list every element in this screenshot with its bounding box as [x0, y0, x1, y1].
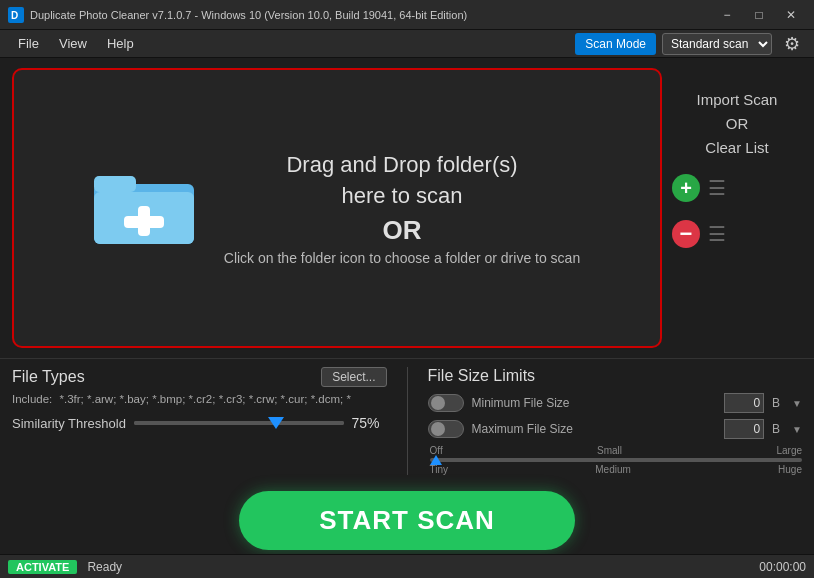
- similarity-percent: 75%: [352, 415, 387, 431]
- import-clear-text: Import Scan OR Clear List: [697, 88, 778, 160]
- file-types-section: File Types Select... Include: *.3fr; *.a…: [12, 367, 408, 475]
- dropzone-or: OR: [224, 215, 580, 246]
- right-panel: Import Scan OR Clear List + ☰ − ☰: [672, 68, 802, 348]
- max-file-size-unit: B: [772, 422, 784, 436]
- list-lines-add: ☰: [708, 176, 726, 200]
- dropzone[interactable]: Drag and Drop folder(s) here to scan OR …: [12, 68, 662, 348]
- min-unit-dropdown[interactable]: ▼: [792, 398, 802, 409]
- remove-icon: −: [672, 220, 700, 248]
- scan-mode-button[interactable]: Scan Mode: [575, 33, 656, 55]
- scale-medium: Medium: [595, 464, 631, 475]
- settings-button[interactable]: ⚙: [778, 33, 806, 55]
- file-menu[interactable]: File: [8, 32, 49, 55]
- statusbar: ACTIVATE Ready 00:00:00: [0, 554, 814, 578]
- scan-mode-select[interactable]: Standard scan Fast scan Deep scan: [662, 33, 772, 55]
- max-file-size-label: Maximum File Size: [472, 422, 717, 436]
- remove-folder-button[interactable]: − ☰: [672, 216, 802, 252]
- size-scale: Off Small Large Tiny Medium Huge: [428, 445, 803, 475]
- bottom-section: File Types Select... Include: *.3fr; *.a…: [0, 358, 814, 475]
- status-text: Ready: [87, 560, 759, 574]
- file-size-section: File Size Limits Minimum File Size B ▼ M…: [408, 367, 803, 475]
- scale-tiny: Tiny: [430, 464, 449, 475]
- min-file-size-label: Minimum File Size: [472, 396, 717, 410]
- max-unit-dropdown[interactable]: ▼: [792, 424, 802, 435]
- menubar-right: Scan Mode Standard scan Fast scan Deep s…: [575, 33, 806, 55]
- menubar: File View Help Scan Mode Standard scan F…: [0, 30, 814, 58]
- add-folder-button[interactable]: + ☰: [672, 170, 802, 206]
- titlebar: D Duplicate Photo Cleaner v7.1.0.7 - Win…: [0, 0, 814, 30]
- svg-rect-3: [94, 176, 136, 192]
- svg-text:D: D: [11, 10, 18, 21]
- file-size-label: File Size Limits: [428, 367, 803, 385]
- minimize-button[interactable]: −: [712, 5, 742, 25]
- min-file-size-unit: B: [772, 396, 784, 410]
- dropzone-title: Drag and Drop folder(s) here to scan: [224, 150, 580, 212]
- slider-track: [134, 421, 344, 425]
- folder-icon-container: [94, 164, 194, 253]
- max-file-size-toggle[interactable]: [428, 420, 464, 438]
- svg-rect-6: [124, 216, 164, 228]
- app-icon: D: [8, 7, 24, 23]
- close-button[interactable]: ✕: [776, 5, 806, 25]
- similarity-row: Similarity Threshold 75%: [12, 415, 387, 431]
- file-types-header: File Types Select...: [12, 367, 387, 387]
- scale-large: Large: [776, 445, 802, 456]
- similarity-slider[interactable]: [134, 421, 344, 425]
- max-file-size-input[interactable]: [724, 419, 764, 439]
- start-scan-container: START SCAN: [0, 485, 814, 556]
- dropzone-text: Drag and Drop folder(s) here to scan OR …: [224, 150, 580, 267]
- help-menu[interactable]: Help: [97, 32, 144, 55]
- file-types-include: Include: *.3fr; *.arw; *.bay; *.bmp; *.c…: [12, 393, 387, 405]
- size-scale-track[interactable]: [430, 458, 803, 462]
- dropzone-subtitle: Click on the folder icon to choose a fol…: [224, 250, 580, 266]
- similarity-label: Similarity Threshold: [12, 416, 126, 431]
- activate-badge[interactable]: ACTIVATE: [8, 560, 77, 574]
- maximize-button[interactable]: □: [744, 5, 774, 25]
- min-file-size-toggle[interactable]: [428, 394, 464, 412]
- size-scale-thumb: [430, 455, 442, 465]
- add-icon: +: [672, 174, 700, 202]
- size-scale-bottom-labels: Tiny Medium Huge: [430, 464, 803, 475]
- file-types-label: File Types: [12, 368, 85, 386]
- select-button[interactable]: Select...: [321, 367, 386, 387]
- slider-thumb: [268, 417, 284, 429]
- scale-small: Small: [597, 445, 622, 456]
- list-lines-remove: ☰: [708, 222, 726, 246]
- folder-icon: [94, 164, 194, 249]
- main-area: Drag and Drop folder(s) here to scan OR …: [0, 58, 814, 358]
- max-file-size-row: Maximum File Size B ▼: [428, 419, 803, 439]
- status-time: 00:00:00: [759, 560, 806, 574]
- scale-huge: Huge: [778, 464, 802, 475]
- view-menu[interactable]: View: [49, 32, 97, 55]
- size-scale-top-labels: Off Small Large: [430, 445, 803, 456]
- start-scan-button[interactable]: START SCAN: [239, 491, 575, 550]
- window-title: Duplicate Photo Cleaner v7.1.0.7 - Windo…: [30, 9, 712, 21]
- min-file-size-row: Minimum File Size B ▼: [428, 393, 803, 413]
- min-file-size-input[interactable]: [724, 393, 764, 413]
- window-controls: − □ ✕: [712, 5, 806, 25]
